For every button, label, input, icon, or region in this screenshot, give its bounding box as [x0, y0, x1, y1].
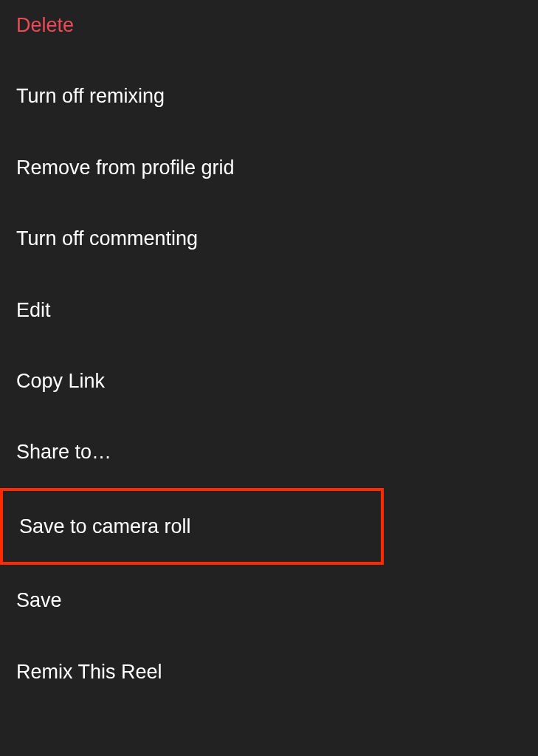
action-menu: Delete Turn off remixing Remove from pro…: [0, 0, 538, 707]
highlight-box: Save to camera roll: [0, 488, 384, 565]
menu-item-edit[interactable]: Edit: [0, 275, 538, 346]
menu-item-save-to-camera-roll[interactable]: Save to camera roll: [3, 491, 381, 562]
menu-item-delete[interactable]: Delete: [0, 13, 538, 61]
menu-item-copy-link[interactable]: Copy Link: [0, 346, 538, 416]
menu-item-turn-off-commenting[interactable]: Turn off commenting: [0, 203, 538, 274]
menu-item-save[interactable]: Save: [0, 565, 538, 636]
menu-item-share-to[interactable]: Share to…: [0, 416, 538, 487]
menu-item-turn-off-remixing[interactable]: Turn off remixing: [0, 61, 538, 131]
menu-item-remix-this-reel[interactable]: Remix This Reel: [0, 636, 538, 707]
menu-item-remove-from-profile-grid[interactable]: Remove from profile grid: [0, 132, 538, 203]
